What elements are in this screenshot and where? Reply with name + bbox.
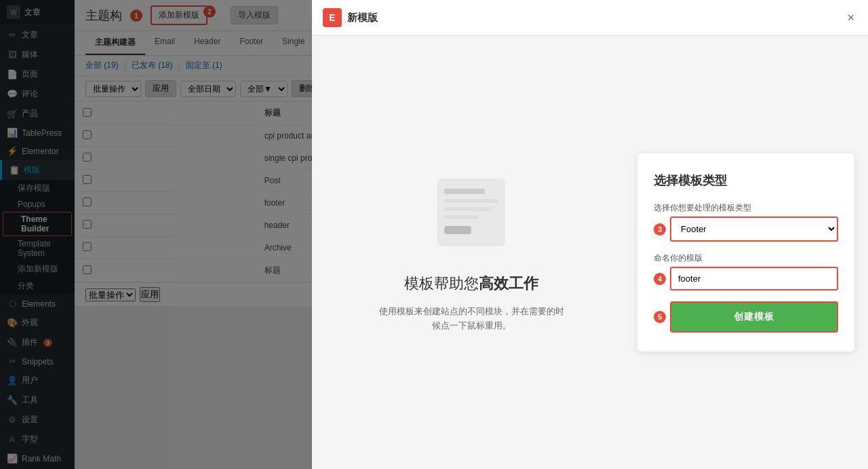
step3-badge: 3: [654, 223, 666, 236]
create-template-button[interactable]: 创建模板: [670, 301, 838, 333]
modal-title-row: E 新模版: [323, 8, 378, 27]
form-group-type: 选择你想要处理的模板类型 3 Footer Page Section Heade…: [654, 202, 838, 242]
modal-heading: 模板帮助您高效工作: [404, 274, 538, 294]
modal-overlay: E 新模版 ×: [0, 0, 868, 469]
modal-body: 模板帮助您高效工作 使用模板来创建站点的不同模块，并在需要的时候点一下鼠标重用。…: [312, 36, 868, 469]
svg-rect-4: [444, 215, 478, 219]
form-group-name: 命名你的模版 4: [654, 252, 838, 290]
modal-left-panel: 模板帮助您高效工作 使用模板来创建站点的不同模块，并在需要的时候点一下鼠标重用。: [326, 172, 617, 333]
svg-rect-1: [444, 189, 485, 194]
modal-right-panel: 选择模板类型 选择你想要处理的模板类型 3 Footer Page Sectio…: [637, 153, 854, 352]
create-button-row: 5 创建模板: [654, 301, 838, 333]
select-type-label: 选择你想要处理的模板类型: [654, 202, 838, 214]
svg-rect-5: [444, 226, 471, 234]
modal-right-title: 选择模板类型: [654, 172, 838, 189]
template-type-select[interactable]: Footer Page Section Header Single Archiv…: [670, 217, 838, 242]
svg-rect-3: [444, 207, 492, 211]
name-label: 命名你的模版: [654, 252, 838, 264]
step5-badge: 5: [654, 311, 666, 323]
modal-close-button[interactable]: ×: [844, 9, 857, 26]
modal-illustration: [431, 172, 512, 263]
modal-title: 新模版: [347, 12, 378, 24]
modal-panel: E 新模版 ×: [312, 0, 868, 469]
modal-header: E 新模版 ×: [312, 0, 868, 36]
step4-badge: 4: [654, 273, 666, 285]
template-name-input[interactable]: [670, 267, 838, 290]
modal-elementor-icon: E: [323, 8, 342, 27]
svg-rect-2: [444, 199, 498, 203]
modal-description: 使用模板来创建站点的不同模块，并在需要的时候点一下鼠标重用。: [376, 305, 566, 333]
